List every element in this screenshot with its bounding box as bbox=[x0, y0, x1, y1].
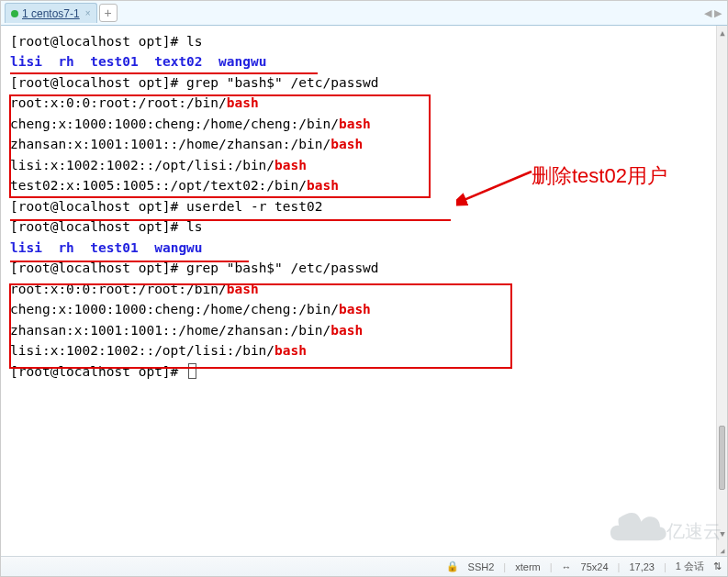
status-cursor-pos: 17,23 bbox=[629, 561, 655, 572]
status-bar: 🔒 SSH2 | xterm | ↔ 75x24 | 17,23 | 1 会话 … bbox=[1, 556, 727, 576]
ls1-item: wangwu bbox=[218, 54, 266, 69]
ls2-item: lisi bbox=[10, 240, 42, 255]
ls1-item: lisi bbox=[10, 54, 42, 69]
scroll-corner-icon: ◢ bbox=[717, 546, 728, 556]
grep1-line: root:x:0:0:root:/root:/bin/ bbox=[10, 95, 227, 110]
tab-bar: 1 centos7-1 × + ◀ ▶ bbox=[1, 1, 727, 26]
annotation-label: 删除test02用户 bbox=[532, 162, 667, 190]
status-size: 75x24 bbox=[581, 561, 609, 572]
scroll-track[interactable] bbox=[717, 40, 727, 527]
ls1-item: rh bbox=[58, 54, 73, 69]
prompt: [root@localhost opt]# bbox=[10, 261, 186, 275]
tab-scroll-arrows[interactable]: ◀ ▶ bbox=[704, 7, 722, 19]
vertical-scrollbar[interactable]: ▲ ▼ ◢ bbox=[716, 26, 727, 556]
status-sessions: 1 会话 bbox=[676, 560, 704, 573]
grep1-line: cheng:x:1000:1000:cheng:/home/cheng:/bin… bbox=[10, 117, 339, 131]
ls2-item: rh bbox=[58, 240, 73, 255]
tab-centos7-1[interactable]: 1 centos7-1 × bbox=[5, 3, 97, 23]
prompt: [root@localhost opt]# bbox=[10, 364, 186, 379]
scroll-up-icon[interactable]: ▲ bbox=[717, 26, 728, 40]
tab-status-icon bbox=[11, 10, 18, 17]
scroll-thumb[interactable] bbox=[719, 426, 725, 490]
close-icon[interactable]: × bbox=[85, 8, 91, 18]
lock-icon: 🔒 bbox=[446, 560, 459, 572]
ls2-item: wangwu bbox=[154, 240, 202, 255]
grep2-line: lisi:x:1002:1002::/opt/lisi:/bin/ bbox=[10, 343, 274, 358]
tab-label: 1 centos7-1 bbox=[22, 7, 80, 20]
grep1-line: lisi:x:1002:1002::/opt/lisi:/bin/ bbox=[10, 158, 274, 172]
size-icon: ↔ bbox=[562, 561, 572, 572]
prompt: [root@localhost opt]# bbox=[10, 75, 186, 90]
grep1-line: zhansan:x:1001:1001::/home/zhansan:/bin/ bbox=[10, 137, 330, 151]
ls1-item: text02 bbox=[154, 54, 202, 69]
cmd-grep-2: grep "bash$" /etc/passwd bbox=[186, 261, 379, 275]
grep2-line: cheng:x:1000:1000:cheng:/home/cheng:/bin… bbox=[10, 302, 339, 316]
cmd-grep-1: grep "bash$" /etc/passwd bbox=[186, 75, 379, 90]
status-term: xterm bbox=[515, 561, 541, 572]
ls1-item: test01 bbox=[90, 54, 138, 69]
cursor-icon bbox=[188, 363, 196, 379]
scroll-down-icon[interactable]: ▼ bbox=[717, 527, 728, 541]
ls2-item: test01 bbox=[90, 240, 138, 255]
grep2-line: zhansan:x:1001:1001::/home/zhansan:/bin/ bbox=[10, 323, 330, 338]
status-protocol: SSH2 bbox=[468, 561, 495, 572]
add-tab-button[interactable]: + bbox=[99, 4, 118, 22]
prompt: [root@localhost opt]# bbox=[10, 34, 186, 49]
prompt: [root@localhost opt]# bbox=[10, 219, 186, 234]
grep1-line: test02:x:1005:1005::/opt/text02:/bin/ bbox=[10, 178, 307, 193]
prompt: [root@localhost opt]# bbox=[10, 199, 186, 214]
arrows-icon: ⇅ bbox=[713, 560, 722, 572]
grep2-line: root:x:0:0:root:/root:/bin/ bbox=[10, 282, 227, 296]
terminal[interactable]: [root@localhost opt]# ls lisi rh test01 … bbox=[1, 26, 716, 556]
cmd-ls-2: ls bbox=[186, 219, 202, 234]
cmd-ls-1: ls bbox=[186, 34, 202, 49]
cmd-userdel: userdel -r test02 bbox=[186, 199, 322, 214]
